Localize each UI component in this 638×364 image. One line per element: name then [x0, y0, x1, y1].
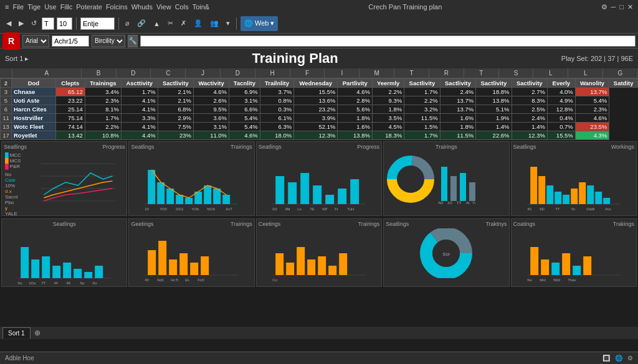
svg-text:AcT: AcT: [226, 207, 233, 210]
cell-value: 4.3%: [575, 131, 609, 140]
cell-value: 11.5%: [404, 114, 440, 123]
row-number: 5: [1, 96, 12, 105]
menu-fillc[interactable]: Fillc: [60, 3, 73, 11]
style-select[interactable]: Bircility: [92, 35, 125, 47]
fx-btn[interactable]: 🔧: [128, 35, 138, 47]
svg-text:Fr: Fr: [335, 207, 338, 210]
svg-rect-8: [176, 195, 184, 204]
svg-text:So: So: [17, 281, 22, 284]
menu-folcins[interactable]: Folcins: [106, 3, 128, 11]
menu-poterate[interactable]: Poterate: [76, 3, 102, 11]
bold-btn[interactable]: ⌀: [123, 16, 132, 31]
menu-cols[interactable]: Cols: [175, 3, 189, 11]
svg-rect-97: [307, 259, 315, 275]
bc-5-subtitle: Coatings: [513, 221, 536, 227]
svg-rect-95: [286, 263, 294, 275]
sheet-tabs: Sort 1 ⊕: [0, 327, 638, 339]
col-f: F: [290, 68, 325, 78]
data-table-area: 2 Dod Clepts Trainings Ascttivity Sactli…: [0, 78, 638, 140]
font-select[interactable]: Arial: [22, 35, 49, 47]
cell-value: 15.5%: [294, 88, 338, 96]
forward-btn[interactable]: ▶: [16, 16, 26, 31]
copy-btn[interactable]: ✗: [178, 16, 189, 31]
col-h: H: [255, 68, 290, 78]
tab-sort1[interactable]: Sort 1: [2, 327, 31, 338]
maximize-btn[interactable]: □: [619, 3, 624, 11]
cell-value: 1.9%: [476, 114, 512, 123]
svg-rect-5: [148, 170, 156, 204]
table-row: 6Harcn Cites25.148.1%4.1%6.8%9.5%6.6%0.3…: [1, 105, 638, 114]
cell-value: 4.1%: [121, 105, 158, 114]
cell-value: 18.3%: [373, 131, 404, 140]
cell-value: 2.1%: [158, 96, 193, 105]
col-s: S: [499, 68, 534, 78]
cell-value: 1.6%: [440, 114, 475, 123]
minimize-btn[interactable]: ─: [611, 3, 616, 11]
paste-btn[interactable]: 👤: [191, 16, 205, 31]
underline-btn[interactable]: ▲: [151, 16, 163, 31]
font-size-input[interactable]: [42, 17, 54, 30]
app-menu: ≡: [5, 3, 9, 11]
cell-value: 4.6%: [338, 88, 373, 96]
bc-3-subtitle: Ceetings: [259, 221, 281, 227]
svg-rect-87: [201, 256, 209, 275]
font-size-num[interactable]: [57, 17, 72, 30]
cell-value: 1.5%: [404, 123, 440, 131]
cell-value: 18.0%: [260, 131, 293, 140]
menu-toin[interactable]: Toin&: [193, 3, 210, 11]
menu-file[interactable]: File: [12, 3, 24, 11]
menu-whuds[interactable]: Whuds: [131, 3, 153, 11]
svg-text:EL: EL: [186, 278, 191, 281]
svg-rect-21: [275, 176, 284, 204]
italic-btn[interactable]: 🔗: [135, 16, 148, 31]
col-a: A: [12, 68, 82, 78]
th-ascttivity: Ascttivity: [121, 79, 158, 88]
svg-text:HcTi: HcTi: [171, 278, 179, 281]
svg-rect-94: [275, 253, 283, 275]
row-name: Chnase: [12, 88, 56, 96]
cell-value: 0.8%: [260, 96, 293, 105]
web-btn[interactable]: 🌐 Web ▾: [240, 16, 279, 31]
cell-value: 2.5%: [512, 105, 547, 114]
formula-input[interactable]: [140, 35, 636, 47]
svg-text:Yo: Yo: [571, 207, 575, 210]
cell-value: 3.5%: [373, 114, 404, 123]
svg-rect-113: [541, 259, 549, 275]
close-btn[interactable]: ✕: [627, 3, 633, 11]
row-name: Royetlet: [12, 131, 56, 140]
cell-value: 13.6%: [294, 96, 338, 105]
cell-value: 6.1%: [260, 114, 293, 123]
svg-text:NP: NP: [322, 207, 327, 210]
table-row: 11Hostrviller75.141.7%3.3%2.9%3.6%5.4%6.…: [1, 114, 638, 123]
cell-value: 11.5%: [440, 131, 475, 140]
cell-value: 6.3%: [260, 123, 293, 131]
cell-value: 52.1%: [294, 123, 338, 131]
cell-reference[interactable]: [52, 35, 89, 47]
svg-text:P20: P20: [161, 207, 168, 210]
status-icon-2: 🌐: [615, 355, 622, 362]
cell-value: 6.9%: [229, 88, 260, 96]
row-name: Harcn Cites: [12, 105, 56, 114]
bc-1-title: Seatlings: [4, 221, 125, 227]
menu-tige[interactable]: Tige: [27, 3, 40, 11]
col-l2: L: [568, 68, 603, 78]
format-btn[interactable]: 👥: [207, 16, 221, 31]
svg-rect-98: [318, 256, 326, 275]
menu-view[interactable]: View: [156, 3, 171, 11]
refresh-btn[interactable]: ↺: [29, 16, 39, 31]
settings-icon[interactable]: ⚙: [601, 3, 607, 11]
back-btn[interactable]: ◀: [4, 16, 14, 31]
svg-rect-71: [74, 269, 82, 278]
cell-value: 2.2%: [373, 88, 404, 96]
add-sheet-btn[interactable]: ⊕: [34, 329, 40, 337]
th-satdity: Satdity: [609, 79, 638, 88]
align-btn[interactable]: ▾: [224, 16, 232, 31]
zoom-input[interactable]: [80, 17, 115, 30]
cell-value: 3.4%: [85, 88, 121, 96]
cut-btn[interactable]: ✂: [165, 16, 176, 31]
cell-value: 3.1%: [194, 123, 229, 131]
menu-use[interactable]: Use: [44, 3, 57, 11]
bc-2-subtitle: Geetings: [131, 221, 153, 227]
cell-value: 9.5%: [194, 105, 229, 114]
sheet-right: Play Set: 202 | 37 | 96E: [561, 55, 633, 62]
